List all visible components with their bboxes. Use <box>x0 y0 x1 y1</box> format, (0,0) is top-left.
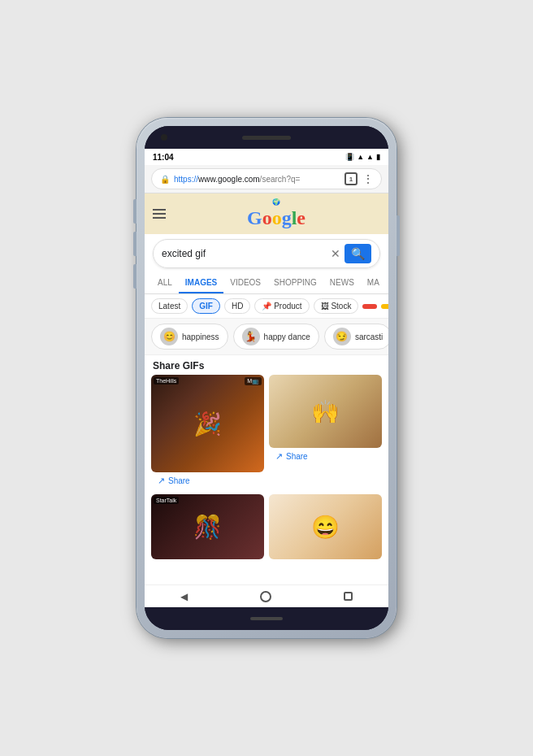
gif-source-1: TheHills <box>154 377 179 385</box>
doodle-earth: 🌍 <box>247 198 306 206</box>
gif-source-3: StarTalk <box>154 497 179 504</box>
more-menu-button[interactable]: ⋮ <box>362 172 373 185</box>
google-logo-text: Google <box>247 207 306 229</box>
camera <box>161 134 167 141</box>
battery-icon: ▮ <box>376 153 380 161</box>
chip-hd[interactable]: HD <box>224 298 250 314</box>
search-tabs: ALL IMAGES VIDEOS SHOPPING NEWS MA <box>145 273 388 294</box>
phone-device: 11:04 📳 ▲ ▲ ▮ 🔒 https://www.google.com/s… <box>136 118 396 638</box>
back-icon: ◀ <box>180 591 188 602</box>
home-icon <box>260 591 271 602</box>
status-icons: 📳 ▲ ▲ ▮ <box>345 153 380 161</box>
speaker <box>242 136 291 140</box>
recents-icon <box>344 592 353 601</box>
related-label-sarcastic: sarcasti <box>355 332 383 341</box>
share-icon-2: ↗ <box>275 451 283 462</box>
signal-icon: ▲ <box>366 153 374 161</box>
gif-card-4[interactable] <box>269 494 382 559</box>
search-bar: excited gif ✕ 🔍 <box>145 234 388 273</box>
bottom-bar <box>250 617 283 620</box>
home-button[interactable] <box>260 591 271 602</box>
stock-icon: 🖼 <box>321 302 329 311</box>
back-button[interactable]: ◀ <box>180 591 188 602</box>
screen: 11:04 📳 ▲ ▲ ▮ 🔒 https://www.google.com/s… <box>145 149 388 607</box>
share-gifs-label: Share GIFs <box>145 355 388 375</box>
nav-bar: ◀ <box>145 584 388 607</box>
share-icon-1: ↗ <box>158 476 165 486</box>
tab-all[interactable]: ALL <box>151 273 179 293</box>
related-happy-dance[interactable]: 💃 happy dance <box>233 324 319 350</box>
status-bar: 11:04 📳 ▲ ▲ ▮ <box>145 149 388 165</box>
related-sarcastic[interactable]: 😏 sarcasti <box>324 324 388 350</box>
gif-card-4-image <box>269 494 382 559</box>
share-button-1[interactable]: ↗ Share <box>151 472 264 489</box>
vibrate-icon: 📳 <box>345 153 354 161</box>
gif-image-1: TheHills M📺 <box>151 375 264 472</box>
tab-shopping[interactable]: SHOPPING <box>267 273 323 293</box>
url-bar[interactable]: 🔒 https://www.google.com/search?q= 1 ⋮ <box>151 168 382 189</box>
google-header: 🌍 Google <box>145 193 388 234</box>
search-submit-button[interactable]: 🔍 <box>344 244 371 263</box>
hamburger-menu-button[interactable] <box>153 209 166 219</box>
gif-mtv-tag: M📺 <box>245 377 262 385</box>
share-label-1: Share <box>168 476 190 485</box>
google-logo: 🌍 Google <box>172 198 380 229</box>
tab-images[interactable]: IMAGES <box>179 273 223 293</box>
gif-card-1-image: TheHills M📺 <box>151 375 264 472</box>
gif-card-1[interactable]: TheHills M📺 ↗ Share <box>151 375 264 489</box>
related-thumb-sarcastic: 😏 <box>333 328 351 345</box>
gif-card-3[interactable]: StarTalk <box>151 494 264 559</box>
gif-grid: TheHills M📺 ↗ Share <box>145 375 388 559</box>
related-searches: 😊 happiness 💃 happy dance 😏 sarcasti <box>145 319 388 355</box>
share-button-2[interactable]: ↗ Share <box>269 448 382 465</box>
gif-image-2 <box>269 375 382 448</box>
search-query: excited gif <box>162 248 327 259</box>
clear-search-button[interactable]: ✕ <box>331 247 340 260</box>
chip-latest[interactable]: Latest <box>151 298 188 314</box>
share-label-2: Share <box>286 452 308 461</box>
browser-bar: 🔒 https://www.google.com/search?q= 1 ⋮ <box>145 165 388 193</box>
chip-product[interactable]: 📌 Product <box>254 298 309 314</box>
chip-color-red[interactable] <box>362 304 377 309</box>
product-pin-icon: 📌 <box>262 302 271 311</box>
gif-column-right: ↗ Share <box>269 375 382 489</box>
chip-color-yellow[interactable] <box>381 304 388 309</box>
top-bezel <box>145 126 388 149</box>
url-actions: 1 ⋮ <box>344 172 373 185</box>
gif-image-3: StarTalk <box>151 494 264 559</box>
gif-card-3-image: StarTalk <box>151 494 264 559</box>
filter-chips: Latest GIF HD 📌 Product 🖼 Stock <box>145 294 388 319</box>
url-text: https://www.google.com/search?q= <box>174 175 340 184</box>
bottom-bezel <box>145 607 388 630</box>
tab-videos[interactable]: VIDEOS <box>223 273 267 293</box>
related-thumb-happy-dance: 💃 <box>242 328 260 345</box>
gif-image-4 <box>269 494 382 559</box>
recents-button[interactable] <box>344 592 353 601</box>
tab-more[interactable]: MA <box>361 273 386 293</box>
logo-g2: g <box>282 207 292 228</box>
lock-icon: 🔒 <box>160 175 170 184</box>
logo-g: G <box>247 207 262 228</box>
hamburger-line-3 <box>153 217 166 219</box>
tab-count[interactable]: 1 <box>344 172 358 185</box>
search-input-wrap: excited gif ✕ 🔍 <box>153 239 380 268</box>
logo-o2: o <box>272 207 282 228</box>
related-label-happy-dance: happy dance <box>264 332 310 341</box>
tab-news[interactable]: NEWS <box>323 273 361 293</box>
logo-o1: o <box>262 207 272 228</box>
url-protocol: https:// <box>174 175 198 184</box>
chip-gif[interactable]: GIF <box>192 298 220 314</box>
wifi-icon: ▲ <box>357 153 364 161</box>
results-area: Share GIFs TheHills M📺 ↗ Share <box>145 355 388 584</box>
related-thumb-happiness: 😊 <box>160 328 178 345</box>
status-time: 11:04 <box>153 153 174 162</box>
logo-e: e <box>297 207 306 228</box>
phone-screen-container: 11:04 📳 ▲ ▲ ▮ 🔒 https://www.google.com/s… <box>145 126 388 630</box>
hamburger-line-2 <box>153 213 166 215</box>
chip-stock[interactable]: 🖼 Stock <box>314 298 359 314</box>
gif-card-2[interactable] <box>269 375 382 448</box>
related-label-happiness: happiness <box>182 332 219 341</box>
hamburger-line-1 <box>153 209 166 211</box>
url-domain: www.google.com <box>198 175 260 184</box>
related-happiness[interactable]: 😊 happiness <box>151 324 228 350</box>
